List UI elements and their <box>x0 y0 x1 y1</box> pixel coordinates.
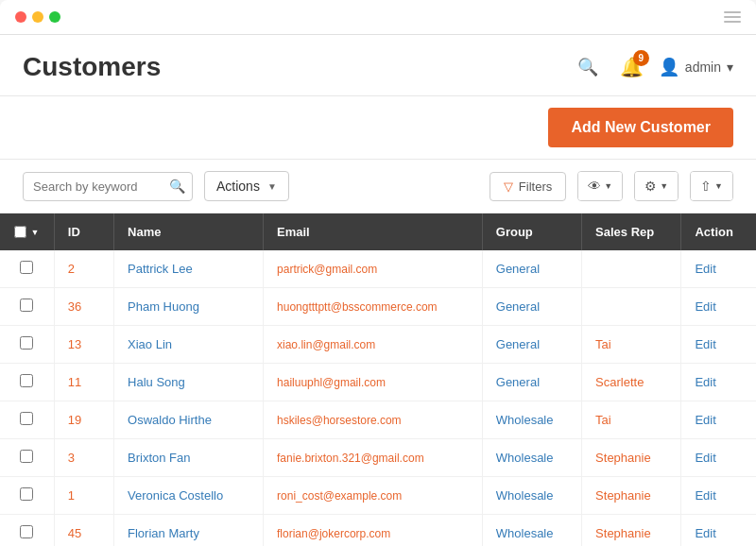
search-input[interactable] <box>23 172 193 201</box>
row-action[interactable]: Edit <box>681 477 756 515</box>
row-email[interactable]: florian@jokercorp.com <box>264 515 483 547</box>
row-checkbox[interactable] <box>20 525 33 538</box>
row-action[interactable]: Edit <box>681 288 756 326</box>
row-name[interactable]: Florian Marty <box>114 515 264 547</box>
row-name[interactable]: Oswaldo Hirthe <box>114 401 264 439</box>
name-link[interactable]: Halu Song <box>128 375 185 389</box>
eye-icon: 👁 <box>588 179 601 194</box>
email-link[interactable]: florian@jokercorp.com <box>277 527 390 540</box>
th-action: Action <box>681 213 756 250</box>
table-header: ▼ ID Name Email Group Sales Rep Action <box>0 213 756 250</box>
actions-button[interactable]: Actions ▼ <box>204 171 289 201</box>
name-link[interactable]: Pattrick Lee <box>128 262 193 276</box>
row-email[interactable]: roni_cost@example.com <box>264 477 483 515</box>
edit-link[interactable]: Edit <box>695 413 715 427</box>
email-link[interactable]: hskiles@horsestore.com <box>277 414 402 427</box>
row-checkbox[interactable] <box>20 412 33 425</box>
table-row: 36 Pham Huong huongtttptt@bsscommerce.co… <box>0 288 756 326</box>
export-button[interactable]: ⇧ ▼ <box>691 172 732 200</box>
row-salesrep: Tai <box>582 401 681 439</box>
row-checkbox-cell[interactable] <box>0 364 54 401</box>
add-customer-button[interactable]: Add New Customer <box>548 108 733 147</box>
select-all-caret-icon[interactable]: ▼ <box>30 228 39 237</box>
row-action[interactable]: Edit <box>681 326 756 364</box>
eye-caret-icon: ▼ <box>604 181 612 191</box>
email-link[interactable]: hailuuphl@gmail.com <box>277 376 386 389</box>
email-link[interactable]: huongtttptt@bsscommerce.com <box>277 300 438 314</box>
edit-link[interactable]: Edit <box>695 488 715 503</box>
name-link[interactable]: Florian Marty <box>128 526 199 540</box>
minimize-dot[interactable] <box>32 11 43 23</box>
row-action[interactable]: Edit <box>681 401 756 439</box>
row-checkbox[interactable] <box>20 336 33 350</box>
row-checkbox[interactable] <box>20 261 33 274</box>
email-link[interactable]: fanie.brixton.321@gmail.com <box>277 452 424 465</box>
row-checkbox-cell[interactable] <box>0 288 54 326</box>
row-name[interactable]: Veronica Costello <box>114 477 264 515</box>
row-name[interactable]: Xiao Lin <box>114 326 264 364</box>
row-email[interactable]: hailuuphl@gmail.com <box>264 364 483 401</box>
filters-label: Filters <box>519 179 552 194</box>
row-email[interactable]: xiao.lin@gmail.com <box>264 326 483 364</box>
window-menu-icon[interactable] <box>724 11 741 23</box>
row-checkbox[interactable] <box>20 487 33 501</box>
edit-link[interactable]: Edit <box>695 262 715 276</box>
row-checkbox[interactable] <box>20 450 33 463</box>
name-link[interactable]: Oswaldo Hirthe <box>128 413 212 427</box>
row-checkbox-cell[interactable] <box>0 477 54 515</box>
row-checkbox-cell[interactable] <box>0 515 54 547</box>
row-group: Wholesale <box>482 401 581 439</box>
table-row: 13 Xiao Lin xiao.lin@gmail.com General T… <box>0 326 756 364</box>
settings-button[interactable]: ⚙ ▼ <box>635 172 678 200</box>
row-id: 45 <box>54 515 113 547</box>
search-input-wrap: 🔍 <box>23 172 193 201</box>
row-checkbox[interactable] <box>20 374 33 387</box>
user-label: admin <box>685 60 721 75</box>
table-row: 2 Pattrick Lee partrick@gmail.com Genera… <box>0 250 756 288</box>
close-dot[interactable] <box>15 11 26 23</box>
email-link[interactable]: partrick@gmail.com <box>277 263 377 276</box>
row-checkbox-cell[interactable] <box>0 439 54 477</box>
edit-link[interactable]: Edit <box>695 451 715 465</box>
row-action[interactable]: Edit <box>681 364 756 401</box>
name-link[interactable]: Veronica Costello <box>128 488 223 503</box>
row-email[interactable]: huongtttptt@bsscommerce.com <box>264 288 483 326</box>
row-action[interactable]: Edit <box>681 250 756 288</box>
filters-button[interactable]: ▽ Filters <box>490 172 566 201</box>
select-all-checkbox[interactable] <box>14 226 26 238</box>
row-email[interactable]: partrick@gmail.com <box>264 250 483 288</box>
actions-caret-icon: ▼ <box>267 181 277 192</box>
edit-link[interactable]: Edit <box>695 375 715 389</box>
row-name[interactable]: Pham Huong <box>114 288 264 326</box>
toolbar-area: Add New Customer <box>0 96 756 160</box>
name-link[interactable]: Xiao Lin <box>128 337 172 351</box>
th-checkbox[interactable]: ▼ <box>0 213 54 250</box>
email-link[interactable]: xiao.lin@gmail.com <box>277 338 375 351</box>
row-checkbox-cell[interactable] <box>0 326 54 364</box>
export-caret-icon: ▼ <box>714 181 723 191</box>
edit-link[interactable]: Edit <box>695 337 715 351</box>
maximize-dot[interactable] <box>49 11 60 23</box>
row-checkbox[interactable] <box>20 299 33 312</box>
email-link[interactable]: roni_cost@example.com <box>277 489 402 503</box>
name-link[interactable]: Pham Huong <box>128 299 199 314</box>
row-action[interactable]: Edit <box>681 439 756 477</box>
row-action[interactable]: Edit <box>681 515 756 547</box>
header-search-button[interactable]: 🔍 <box>571 50 605 84</box>
name-link[interactable]: Brixton Fan <box>128 451 190 465</box>
row-name[interactable]: Brixton Fan <box>114 439 264 477</box>
user-menu[interactable]: 👤 admin ▾ <box>659 57 733 77</box>
row-checkbox-cell[interactable] <box>0 250 54 288</box>
th-email: Email <box>264 213 483 250</box>
edit-link[interactable]: Edit <box>695 526 715 540</box>
row-salesrep <box>582 250 681 288</box>
gear-icon: ⚙ <box>644 179 657 194</box>
row-email[interactable]: hskiles@horsestore.com <box>264 401 483 439</box>
row-checkbox-cell[interactable] <box>0 401 54 439</box>
eye-view-button[interactable]: 👁 ▼ <box>578 172 622 200</box>
row-name[interactable]: Pattrick Lee <box>114 250 264 288</box>
row-email[interactable]: fanie.brixton.321@gmail.com <box>264 439 483 477</box>
notification-bell[interactable]: 🔔 9 <box>620 56 644 78</box>
edit-link[interactable]: Edit <box>695 299 715 314</box>
row-name[interactable]: Halu Song <box>114 364 264 401</box>
